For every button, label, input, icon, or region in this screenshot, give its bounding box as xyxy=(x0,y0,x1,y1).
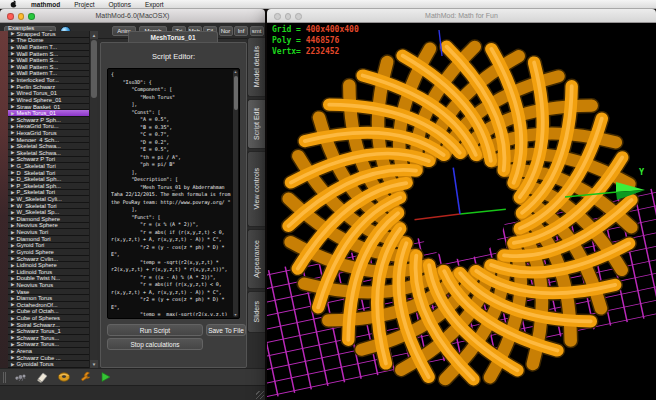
examples-scrollbar[interactable]: ▲ ▼ xyxy=(89,31,97,368)
expand-arrow-icon[interactable]: ▶ xyxy=(11,296,14,301)
expand-arrow-icon[interactable]: ▶ xyxy=(11,117,14,122)
list-item[interactable]: ▶Gyroid Tori xyxy=(8,243,89,250)
expand-arrow-icon[interactable]: ▶ xyxy=(11,31,14,36)
expand-arrow-icon[interactable]: ▶ xyxy=(11,230,14,235)
side-tab-model-details[interactable]: Model details xyxy=(247,37,265,97)
list-item[interactable]: ▶Double Twist N... xyxy=(8,276,89,283)
list-item[interactable]: ▶Cube of Spheres xyxy=(8,315,89,322)
list-item[interactable]: ▶Wired Sphere_01 xyxy=(8,97,89,104)
list-item[interactable]: ▶Diamon Torus xyxy=(8,295,89,302)
close-button[interactable] xyxy=(7,13,14,20)
expand-arrow-icon[interactable]: ▶ xyxy=(11,223,14,228)
expand-arrow-icon[interactable]: ▶ xyxy=(11,249,14,254)
expand-arrow-icon[interactable]: ▶ xyxy=(11,342,14,347)
expand-arrow-icon[interactable]: ▶ xyxy=(11,335,14,340)
list-item[interactable]: ▶Wall Pattern T... xyxy=(8,44,89,51)
expand-arrow-icon[interactable]: ▶ xyxy=(11,84,14,89)
list-item[interactable]: ▶W_Skeletal Tori xyxy=(8,203,89,210)
list-item[interactable]: ▶HexaGrid Toru... xyxy=(8,124,89,131)
expand-arrow-icon[interactable]: ▶ xyxy=(11,64,14,69)
list-item[interactable]: ▶D_Skeletal Tori xyxy=(8,170,89,177)
list-item[interactable]: ▶Menger_4 Sch... xyxy=(8,137,89,144)
zoom-button[interactable] xyxy=(295,13,302,20)
list-item[interactable]: ▶Strapped Torus xyxy=(8,31,89,38)
expand-arrow-icon[interactable]: ▶ xyxy=(11,302,14,307)
side-tab-sliders[interactable]: Sliders xyxy=(247,291,265,333)
menu-item-app[interactable]: mathmod xyxy=(24,0,67,9)
expand-arrow-icon[interactable]: ▶ xyxy=(11,163,14,168)
list-item[interactable]: ▶W_Skeletal Cyli... xyxy=(8,196,89,203)
expand-arrow-icon[interactable]: ▶ xyxy=(11,263,14,268)
expand-arrow-icon[interactable]: ▶ xyxy=(11,236,14,241)
list-item[interactable]: ▶W_Skeletal Sp... xyxy=(8,209,89,216)
render-canvas[interactable] xyxy=(267,23,656,400)
resize-grip[interactable] xyxy=(256,391,264,399)
expand-arrow-icon[interactable]: ▶ xyxy=(11,309,14,314)
list-item[interactable]: ▶Schwarz P Sph... xyxy=(8,117,89,124)
code-editor[interactable]: { "Iso3D": { "Component": [ "Mesh Torus"… xyxy=(107,68,240,319)
list-item[interactable]: ▶Wall Pattern T... xyxy=(8,71,89,78)
expand-arrow-icon[interactable]: ▶ xyxy=(11,38,14,43)
list-item[interactable]: ▶Diamond Sphere xyxy=(8,216,89,223)
list-item[interactable]: ▶Schwarz P Tori xyxy=(8,157,89,164)
expand-arrow-icon[interactable]: ▶ xyxy=(11,282,14,287)
expand-arrow-icon[interactable]: ▶ xyxy=(11,177,14,182)
expand-arrow-icon[interactable]: ▶ xyxy=(11,190,14,195)
expand-arrow-icon[interactable]: ▶ xyxy=(11,111,14,116)
list-item[interactable]: ▶Wall Pattern S... xyxy=(8,64,89,71)
list-item[interactable]: ▶Perlin Schwarz xyxy=(8,84,89,91)
menu-item-project[interactable]: Project xyxy=(67,0,101,9)
right-window-titlebar[interactable]: MathMod: Math for Fun xyxy=(267,9,656,23)
list-item[interactable]: ▶Wall Pattern S... xyxy=(8,51,89,58)
scrollbar-thumb[interactable] xyxy=(234,76,238,110)
expand-arrow-icon[interactable]: ▶ xyxy=(11,137,14,142)
list-item[interactable]: ▶Neovius Sphere xyxy=(8,223,89,230)
left-window-titlebar[interactable]: MathMod-6.0(MacOSX) xyxy=(0,9,265,23)
expand-arrow-icon[interactable]: ▶ xyxy=(11,71,14,76)
script-tab[interactable]: MeshTorus_01 xyxy=(128,31,218,42)
list-item[interactable]: ▶HexaGrid Torus xyxy=(8,130,89,137)
list-item[interactable]: ▶Skeletal Schwa... xyxy=(8,150,89,157)
scroll-down-icon[interactable]: ▼ xyxy=(233,313,238,317)
list-item[interactable]: ▶Arena xyxy=(8,348,89,355)
expand-arrow-icon[interactable]: ▶ xyxy=(11,124,14,129)
scroll-up-icon[interactable]: ▲ xyxy=(233,70,238,74)
list-item[interactable]: ▶Schwarz Cylin... xyxy=(8,256,89,263)
list-item[interactable]: ▶P_Skeletal Tori xyxy=(8,190,89,197)
list-item[interactable]: ▶Spiral Schwarz... xyxy=(8,322,89,329)
list-item[interactable]: ▶Neovius Tori xyxy=(8,229,89,236)
expand-arrow-icon[interactable]: ▶ xyxy=(11,210,14,215)
expand-arrow-icon[interactable]: ▶ xyxy=(11,269,14,274)
list-item[interactable]: ▶OctahedronOf... xyxy=(8,302,89,309)
run-script-button[interactable]: Run Script xyxy=(107,324,203,336)
expand-arrow-icon[interactable]: ▶ xyxy=(11,355,14,360)
menu-item-export[interactable]: Export xyxy=(138,0,171,9)
stop-calculations-button[interactable]: Stop calculations xyxy=(107,338,203,350)
expand-arrow-icon[interactable]: ▶ xyxy=(11,362,14,367)
expand-arrow-icon[interactable]: ▶ xyxy=(11,51,14,56)
list-item[interactable]: ▶D_Skeletal Sph... xyxy=(8,176,89,183)
expand-arrow-icon[interactable]: ▶ xyxy=(11,157,14,162)
expand-arrow-icon[interactable]: ▶ xyxy=(11,349,14,354)
list-item[interactable]: ▶Cube of Octah... xyxy=(8,309,89,316)
code-scrollbar[interactable]: ▲ ▼ xyxy=(233,70,238,317)
list-item[interactable]: ▶Vase xyxy=(8,289,89,296)
list-item[interactable]: ▶P_Skeletal Sph... xyxy=(8,183,89,190)
expand-arrow-icon[interactable]: ▶ xyxy=(11,216,14,221)
list-item[interactable]: ▶Schwarz Torus... xyxy=(8,335,89,342)
expand-arrow-icon[interactable]: ▶ xyxy=(11,322,14,327)
list-item[interactable]: ▶G_Skeletal Tori xyxy=(8,163,89,170)
list-item[interactable]: ▶Neovius Torus xyxy=(8,282,89,289)
list-item[interactable]: ▶Diamond Tori xyxy=(8,236,89,243)
expand-arrow-icon[interactable]: ▶ xyxy=(11,243,14,248)
code-text[interactable]: { "Iso3D": { "Component": [ "Mesh Torus"… xyxy=(111,71,232,316)
scrollbar-thumb[interactable] xyxy=(91,40,97,98)
list-item[interactable]: ▶Mesh Torus_01 xyxy=(8,110,89,117)
list-item[interactable]: ▶Straw Basket_01 xyxy=(8,104,89,111)
expand-arrow-icon[interactable]: ▶ xyxy=(11,45,14,50)
list-item[interactable]: ▶Schwarz Torus_1 xyxy=(8,328,89,335)
list-item[interactable]: ▶The Dome xyxy=(8,38,89,45)
settings-wrench-icon[interactable] xyxy=(79,371,92,383)
expand-arrow-icon[interactable]: ▶ xyxy=(11,203,14,208)
expand-arrow-icon[interactable]: ▶ xyxy=(11,58,14,63)
